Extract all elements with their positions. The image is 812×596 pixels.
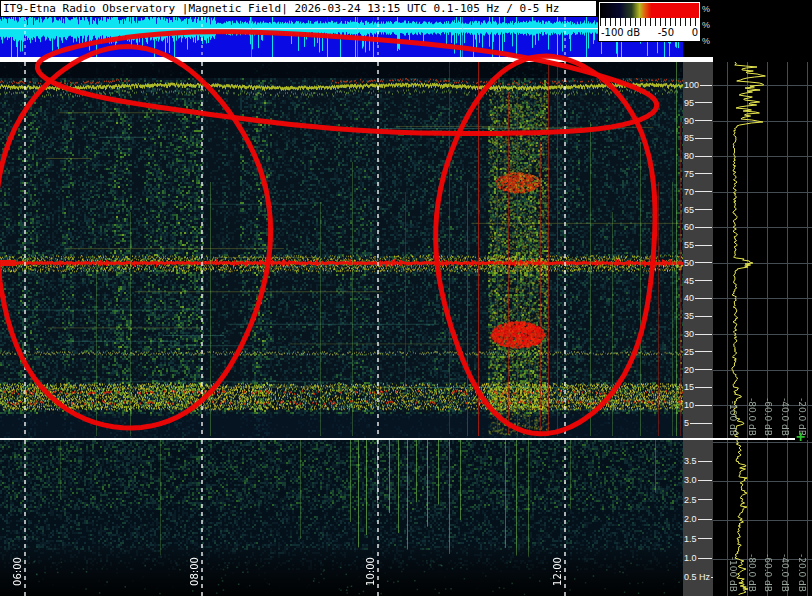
freq-tick-label: 80 <box>684 151 694 161</box>
freq-tick: 65 <box>683 205 713 215</box>
freq-tick: 100 <box>683 80 713 90</box>
freq-tick-label: 65 <box>684 205 694 215</box>
freq-tick-label: 1.5 <box>684 534 697 544</box>
db-tick-label: -100 dB <box>728 376 738 436</box>
db-tick-label: -20.0 dB <box>797 532 807 592</box>
freq-tick-line <box>695 298 712 299</box>
freq-tick: 1.5 <box>683 534 713 544</box>
freq-tick-label: 75 <box>684 169 694 179</box>
freq-tick-line <box>690 423 712 424</box>
db-tick-label: -40.0 dB <box>780 532 790 592</box>
freq-tick-label: 40 <box>684 293 694 303</box>
freq-tick-line <box>695 387 712 388</box>
freq-tick-line <box>695 173 712 174</box>
colorbar-min-label: -100 dB <box>601 27 640 40</box>
db-tick-label: -80.0 dB <box>747 376 757 436</box>
freq-tick: 30 <box>683 329 713 339</box>
freq-tick-line <box>695 369 712 370</box>
freq-tick: 20 <box>683 365 713 375</box>
freq-tick: 3.0 <box>683 475 713 485</box>
observatory-app-window: IT9-Etna Radio Observatory |Magnetic Fie… <box>0 0 812 596</box>
freq-tick-label: 85 <box>684 133 694 143</box>
freq-tick-line <box>700 85 712 86</box>
freq-tick-label: 55 <box>684 240 694 250</box>
amplitude-strip-chart <box>0 17 683 57</box>
freq-tick-line <box>695 102 712 103</box>
freq-tick-line <box>695 316 712 317</box>
freq-tick: 0.5 Hz <box>683 572 713 582</box>
freq-tick-line <box>695 262 712 263</box>
freq-tick: 1.0 <box>683 553 713 563</box>
freq-tick: 15 <box>683 382 713 392</box>
freq-tick: 35 <box>683 311 713 321</box>
freq-tick: 55 <box>683 240 713 250</box>
freq-tick-line <box>695 245 712 246</box>
freq-tick-label: 2.0 <box>684 514 697 524</box>
freq-tick-line <box>695 209 712 210</box>
freq-tick: 70 <box>683 187 713 197</box>
colorbar-legend: -100 dB -50 0 <box>598 1 701 42</box>
colorbar-mid-label: -50 <box>658 27 674 40</box>
freq-tick-label: 20 <box>684 365 694 375</box>
freq-tick-line <box>698 519 712 520</box>
freq-tick-label: 45 <box>684 276 694 286</box>
freq-tick-label: 25 <box>684 347 694 357</box>
freq-tick-label: 3.5 <box>684 456 697 466</box>
freq-tick-line <box>695 191 712 192</box>
db-tick-label: -60.0 dB <box>763 532 773 592</box>
spectrum-panel-high: -100 dB-80.0 dB-60.0 dB-40.0 dB-20.0 dB <box>713 62 812 438</box>
freq-tick-label: 35 <box>684 311 694 321</box>
freq-tick-line <box>695 138 712 139</box>
freq-tick-line <box>698 538 712 539</box>
freq-tick: 2.5 <box>683 495 713 505</box>
freq-tick: 85 <box>683 133 713 143</box>
freq-tick: 2.0 <box>683 514 713 524</box>
freq-tick-label: 70 <box>684 187 694 197</box>
percent-axis-units: %%% <box>702 1 715 49</box>
cursor-cross-marker: + <box>796 428 805 446</box>
freq-tick: 95 <box>683 98 713 108</box>
freq-tick-label: 60 <box>684 222 694 232</box>
freq-tick-label: 15 <box>684 382 694 392</box>
freq-tick-line <box>695 156 712 157</box>
colorbar-max-label: 0 <box>692 27 698 40</box>
freq-tick-line <box>695 227 712 228</box>
freq-tick-label: 90 <box>684 116 694 126</box>
db-tick-label: -20.0 dB <box>797 376 807 436</box>
separator-mid <box>0 438 795 440</box>
freq-tick-line <box>695 334 712 335</box>
title-bar: IT9-Etna Radio Observatory |Magnetic Fie… <box>0 0 597 17</box>
freq-tick-label: 10 <box>684 400 694 410</box>
freq-tick-label: 95 <box>684 98 694 108</box>
freq-tick: 5 <box>683 418 713 428</box>
colorbar-labels: -100 dB -50 0 <box>601 27 698 40</box>
freq-tick: 40 <box>683 293 713 303</box>
freq-tick-line <box>695 351 712 352</box>
db-tick-label: -80.0 dB <box>747 532 757 592</box>
freq-tick-line <box>698 480 712 481</box>
freq-tick-line <box>698 558 712 559</box>
freq-tick-line <box>695 405 712 406</box>
freq-tick-label: 100 <box>684 80 699 90</box>
percent-symbol: % <box>702 33 715 49</box>
freq-tick: 75 <box>683 169 713 179</box>
freq-tick: 45 <box>683 276 713 286</box>
freq-tick: 80 <box>683 151 713 161</box>
freq-tick-label: 1.0 <box>684 553 697 563</box>
freq-tick-label: 0.5 Hz <box>684 572 710 582</box>
freq-tick-label: 50 <box>684 258 694 268</box>
freq-tick: 50 <box>683 258 713 268</box>
window-title: IT9-Etna Radio Observatory |Magnetic Fie… <box>3 2 559 15</box>
freq-tick: 60 <box>683 222 713 232</box>
freq-tick: 25 <box>683 347 713 357</box>
spectrum-panel-low: -100 dB-80.0 dB-60.0 dB-40.0 dB-20.0 dB <box>713 440 812 596</box>
freq-tick-line <box>698 461 712 462</box>
colorbar-gradient <box>600 3 699 18</box>
spectrogram-low-band <box>0 440 683 596</box>
freq-tick-label: 2.5 <box>684 495 697 505</box>
db-tick-label: -40.0 dB <box>780 376 790 436</box>
freq-tick-line <box>695 120 712 121</box>
freq-tick: 90 <box>683 116 713 126</box>
freq-tick: 10 <box>683 400 713 410</box>
freq-tick-line <box>695 280 712 281</box>
